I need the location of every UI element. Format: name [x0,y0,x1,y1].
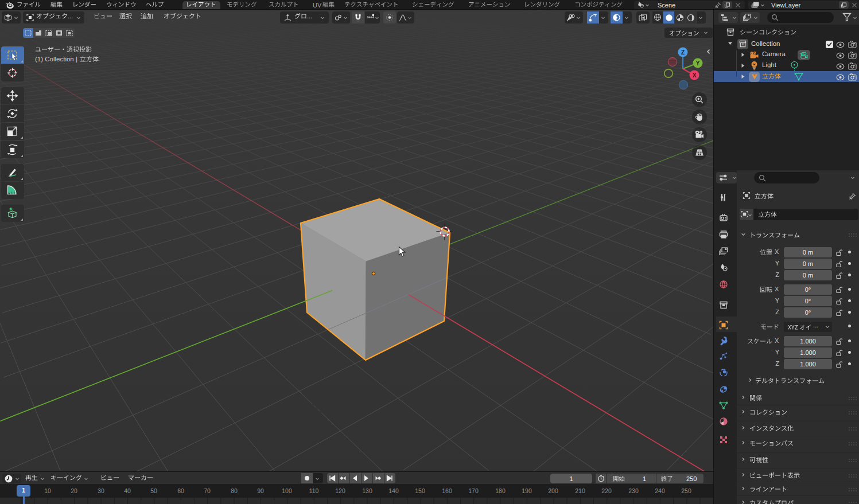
svg-text:Y: Y [696,60,700,67]
svg-text:X: X [693,72,697,79]
svg-text:Z: Z [681,49,685,56]
